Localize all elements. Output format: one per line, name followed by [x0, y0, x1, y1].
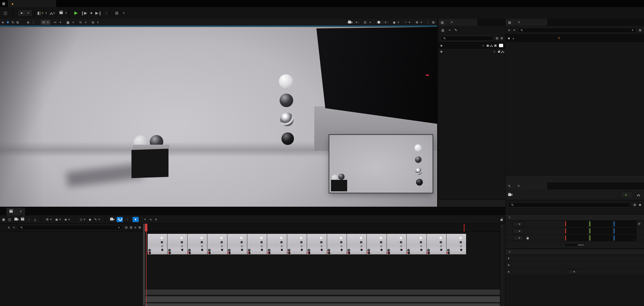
add-actor-dropdown[interactable]: ◧+▼	[37, 11, 47, 15]
rotation-snap-dropdown[interactable]: ↻▼	[78, 20, 88, 25]
actions-icon[interactable]: △	[34, 218, 36, 221]
transform-section-header[interactable]: ▼	[505, 214, 644, 221]
recent-assets-icon[interactable]: ◫	[0, 11, 11, 15]
level-tab[interactable]: ▲	[8, 0, 56, 7]
platforms-dropdown[interactable]: ⊞ ▼	[115, 11, 125, 15]
rotation-dropdown[interactable]: ▼	[513, 229, 523, 234]
editor-apps-icon[interactable]: ▦	[2, 2, 5, 5]
snap-dots-icon[interactable]: ⋮	[126, 217, 129, 221]
snap-magnet-button[interactable]	[117, 217, 123, 222]
location-dropdown[interactable]: ▼	[513, 222, 523, 227]
levels-search-input[interactable]: 🔍︎	[440, 36, 493, 41]
surface-snap-button[interactable]: ↺▼	[41, 20, 50, 25]
frame-skip-button[interactable]: ❙▶	[81, 11, 87, 15]
stop-button[interactable]: ■	[90, 11, 92, 15]
playhead-snap-button[interactable]: ▼	[133, 217, 139, 222]
curve-editor-icon[interactable]: ∿	[149, 218, 152, 221]
filter-icon[interactable]: ≡	[8, 226, 10, 229]
mobility-static[interactable]	[565, 244, 571, 246]
column-item-label[interactable]: ▲	[512, 36, 558, 40]
filmback-preset-dropdown[interactable]: ▼	[568, 270, 578, 274]
view-options-eye-icon[interactable]: ◉▼	[55, 218, 61, 221]
settings-wrench-icon[interactable]: ⚙▼	[46, 218, 52, 221]
close-icon[interactable]: ✕	[517, 184, 520, 188]
world-local-toggle-icon[interactable]: ⊕	[27, 21, 29, 24]
display-options-icon[interactable]: ⊞	[633, 203, 636, 207]
blueprint-icon[interactable]	[502, 51, 503, 52]
keyframe-options-icon[interactable]: ◇▼	[80, 218, 86, 221]
sequencer-search-input[interactable]: 🔍︎ ▼	[17, 225, 123, 230]
transform-options-dots-icon[interactable]: ⋮	[32, 20, 35, 24]
selection-mode-dropdown[interactable]: ➤ ▼	[17, 10, 32, 16]
details-search-input[interactable]: 🔍︎	[508, 202, 631, 207]
filter-icon[interactable]: ≡	[508, 28, 510, 32]
render-movie-icon[interactable]	[21, 218, 24, 221]
shrink-tracks-icon[interactable]: ⊟	[125, 226, 128, 229]
rotate-tool-icon[interactable]: ↻	[11, 21, 14, 24]
perspective-dropdown[interactable]: ▼	[346, 20, 360, 25]
aperture-section-band[interactable]	[145, 296, 500, 302]
edit-pencil-icon[interactable]: ✎▼	[94, 218, 100, 221]
timeline-ruler[interactable]	[145, 224, 500, 232]
visibility-eye-icon[interactable]: ◉	[440, 44, 443, 47]
move-tool-icon[interactable]: ✥	[7, 21, 9, 24]
levels-menu-dropdown[interactable]: ▤▼	[441, 28, 451, 32]
panel-splitter[interactable]	[143, 224, 145, 305]
cinematics-dropdown[interactable]: ▼	[59, 12, 67, 14]
select-tool-icon[interactable]: ➤	[2, 21, 4, 24]
rotation-x-field[interactable]	[565, 228, 588, 234]
camera-settings-section-header[interactable]: ▼	[505, 249, 644, 255]
play-button[interactable]: ▶	[74, 10, 78, 16]
new-folder-icon[interactable]: ⊞	[639, 28, 641, 32]
visibility-eye-icon[interactable]: ◉	[505, 37, 512, 40]
track-sizes-icon[interactable]: ≡	[155, 218, 157, 221]
fps-dropdown[interactable]: ▼	[142, 218, 146, 221]
mobility-movable[interactable]	[578, 244, 584, 246]
render-camera-icon[interactable]	[14, 218, 18, 221]
playhead-marker[interactable]	[145, 224, 147, 231]
scale-x-field[interactable]	[565, 235, 588, 241]
focal-length-section-band[interactable]	[145, 303, 500, 306]
advance-button[interactable]: ▶❙	[95, 11, 101, 15]
quad-view-icon[interactable]: ⊞	[432, 21, 435, 24]
actor-snap-dropdown[interactable]: ✂▼	[53, 20, 63, 25]
add-component-button[interactable]: ＋	[621, 192, 633, 198]
save-icon[interactable]: ▣	[2, 218, 5, 221]
camera-speed-dropdown[interactable]: ◔▼	[403, 20, 412, 25]
levels-settings-gear-icon[interactable]: ⚙	[500, 36, 503, 40]
add-key-icon[interactable]: ◆	[89, 218, 91, 221]
play-options-dots-icon[interactable]: ⋮	[105, 11, 108, 15]
sequence-unlock-icon[interactable]	[501, 219, 503, 221]
scale-dropdown[interactable]: ▼	[513, 236, 523, 240]
blueprints-dropdown[interactable]: ▼	[51, 12, 55, 14]
levels-tab[interactable]: ▤ ✕	[438, 19, 477, 26]
outliner-tab[interactable]: ▤ ✕	[505, 19, 547, 26]
show-flags-dropdown[interactable]: ◉▼	[392, 20, 401, 25]
range-end-marker[interactable]	[464, 224, 465, 231]
viewport-settings-dropdown[interactable]: ⚙▼	[414, 20, 424, 25]
camera-cut-lock-icon[interactable]	[110, 218, 113, 221]
lit-mode-dropdown[interactable]: ▼	[375, 20, 389, 25]
grid-snap-dropdown[interactable]: ▦▼	[65, 20, 76, 25]
scale-tool-icon[interactable]: ⧉	[16, 21, 19, 24]
rotation-y-field[interactable]	[589, 228, 612, 234]
details-tab[interactable]: ✎ ✕	[505, 182, 547, 189]
new-level-icon[interactable]: ⊞	[496, 36, 498, 40]
viewport-3d-scene[interactable]	[0, 27, 437, 207]
mobility-stationary[interactable]	[571, 244, 578, 246]
scale-lock-icon[interactable]	[527, 238, 529, 239]
playhead-line[interactable]	[146, 231, 147, 306]
favorites-star-icon[interactable]: ★	[639, 203, 641, 207]
sequencer-tab[interactable]: ✕	[6, 208, 25, 215]
persistent-level-row[interactable]: ◉ ☼	[438, 48, 505, 54]
blueprint-edit-button[interactable]	[636, 193, 641, 196]
location-y-field[interactable]	[589, 221, 612, 227]
sequencer-gear-icon[interactable]: ⚙	[138, 226, 141, 229]
track-height-icon[interactable]: ≡	[134, 226, 136, 229]
browse-sequences-icon[interactable]: ◫	[8, 218, 11, 221]
outliner-search-input[interactable]: 🔍︎ ▼	[517, 28, 637, 33]
sliders-icon[interactable]: ⫶	[501, 225, 502, 228]
camera-cuts-filmstrip[interactable]	[147, 234, 466, 255]
scale-snap-dropdown[interactable]: ⧉▼	[91, 20, 100, 25]
add-track-button[interactable]	[2, 227, 6, 228]
